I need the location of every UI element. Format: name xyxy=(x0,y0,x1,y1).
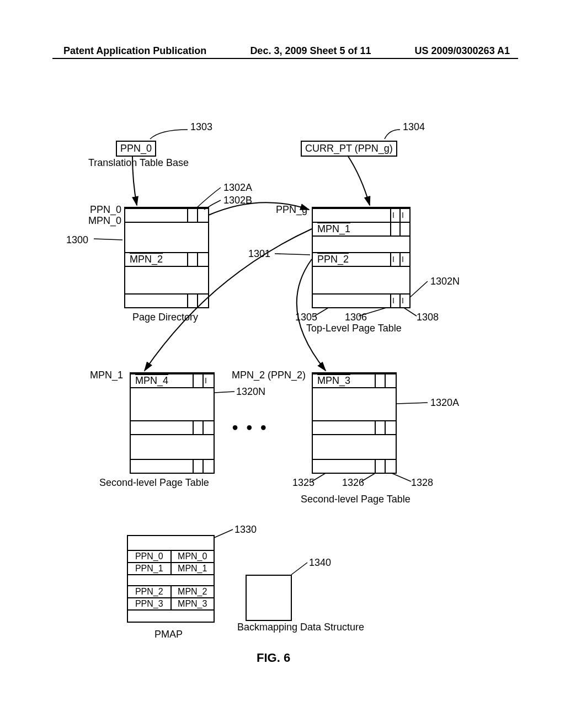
tl-mpn1: MPN_1 xyxy=(317,223,350,235)
tl-flag-i1b: I xyxy=(402,211,404,220)
header-rule xyxy=(52,58,518,59)
ref-1320n: 1320N xyxy=(236,386,265,398)
ellipsis: ● ● ● xyxy=(232,421,269,433)
ref-1304: 1304 xyxy=(403,121,425,133)
pmap-table: PPN_0 MPN_0 PPN_1 MPN_1 PPN_2 MPN_2 PPN_… xyxy=(127,535,215,623)
pmap-r2c0: PPN_2 xyxy=(128,586,172,598)
tl-flag-i2a: I xyxy=(392,255,395,264)
ref-1320a: 1320A xyxy=(430,397,459,409)
ref-1303: 1303 xyxy=(190,121,212,133)
ppn0-box: PPN_0 xyxy=(116,141,156,157)
second-level-pt-label-left: Second-level Page Table xyxy=(99,477,209,489)
figure-label: FIG. 6 xyxy=(257,651,290,665)
backmapping-label: Backmapping Data Structure xyxy=(237,622,315,633)
top-level-page-table-label: Top-Level Page Table xyxy=(306,323,402,334)
ref-1330: 1330 xyxy=(234,524,257,536)
ref-1300: 1300 xyxy=(66,234,88,246)
pmap-r1c1: MPN_1 xyxy=(172,563,214,575)
header-left: Patent Application Publication xyxy=(63,45,206,57)
ref-1326: 1326 xyxy=(342,477,364,489)
top-level-page-table: I I MPN_1 PPN_2 I I I I xyxy=(312,207,411,308)
figure-area: PPN_0 Translation Table Base CURR_PT (PP… xyxy=(0,99,565,684)
ref-1301: 1301 xyxy=(248,248,270,260)
pmap-r2c1: MPN_2 xyxy=(172,586,214,598)
ref-1302n: 1302N xyxy=(430,276,460,287)
pmap-r3c0: PPN_3 xyxy=(128,598,172,611)
header-mid: Dec. 3, 2009 Sheet 5 of 11 xyxy=(250,45,371,57)
pmap-r1c0: PPN_1 xyxy=(128,563,172,575)
second-level-page-table-right: MPN_3 xyxy=(312,372,397,474)
translation-table-base: Translation Table Base xyxy=(88,157,189,169)
second-level-pt-label-right: Second-level Page Table xyxy=(301,494,411,505)
sl2-header-mpn2ppn2: MPN_2 (PPN_2) xyxy=(232,370,306,381)
sl2-mpn3: MPN_3 xyxy=(317,375,350,387)
ref-1302a: 1302A xyxy=(223,182,252,194)
ref-1305: 1305 xyxy=(295,312,317,323)
ref-1328: 1328 xyxy=(411,477,433,489)
sl1-flag-i: I xyxy=(205,376,207,385)
ref-1302b: 1302B xyxy=(223,195,252,206)
ref-1340: 1340 xyxy=(309,557,331,569)
header-right: US 2009/0300263 A1 xyxy=(415,45,510,57)
sl1-mpn4: MPN_4 xyxy=(135,375,168,387)
ref-1308: 1308 xyxy=(417,312,439,323)
tl-flag-i2b: I xyxy=(402,255,404,264)
sl1-header-mpn1: MPN_1 xyxy=(90,370,123,381)
ref-1306: 1306 xyxy=(345,312,367,323)
page-directory: MPN_2 xyxy=(124,207,209,308)
pmap-label: PMAP xyxy=(154,629,183,640)
tl-ppn2: PPN_2 xyxy=(317,254,349,265)
second-level-page-table-left: MPN_4 I xyxy=(130,372,215,474)
pmap-r3c1: MPN_3 xyxy=(172,598,214,611)
pd-header-mpn0: MPN_0 xyxy=(83,215,121,227)
pd-mpn2: MPN_2 xyxy=(130,254,163,265)
pmap-r0c0: PPN_0 xyxy=(128,551,172,563)
tl-flag-i3b: I xyxy=(402,296,404,305)
curr-pt-box: CURR_PT (PPN_g) xyxy=(301,141,397,157)
tl-header-ppng: PPN_g xyxy=(276,204,307,216)
page-directory-label: Page Directory xyxy=(132,312,198,323)
curr-pt-text: CURR_PT (PPN_g) xyxy=(305,143,393,154)
pd-header-ppn0: PPN_0 xyxy=(83,204,121,216)
tl-flag-i1a: I xyxy=(392,211,395,220)
ref-1325: 1325 xyxy=(292,477,315,489)
page-header: Patent Application Publication Dec. 3, 2… xyxy=(0,45,565,57)
tl-flag-i3a: I xyxy=(392,296,395,305)
ppn0-text: PPN_0 xyxy=(120,143,152,154)
pmap-r0c1: MPN_0 xyxy=(172,551,214,563)
backmapping-box xyxy=(246,575,292,621)
